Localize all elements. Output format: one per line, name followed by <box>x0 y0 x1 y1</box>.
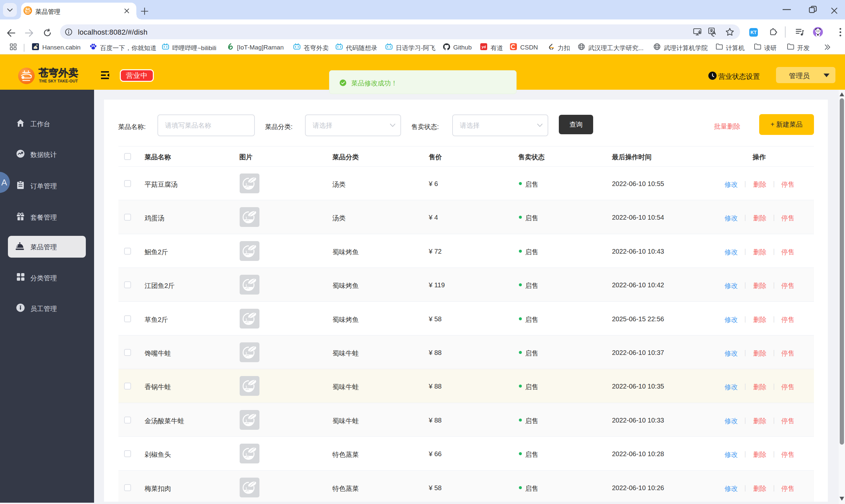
svg-text:yd: yd <box>481 45 486 49</box>
